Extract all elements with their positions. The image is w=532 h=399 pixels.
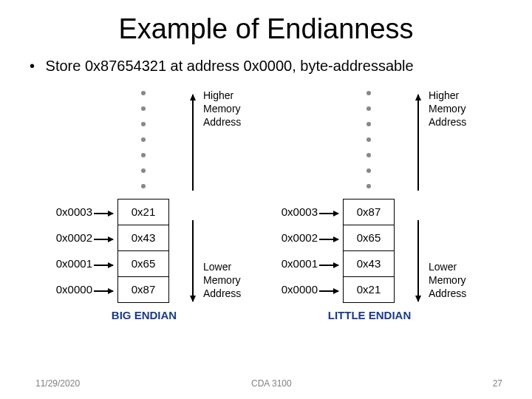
addr2-0000: 0x0000 xyxy=(273,283,318,296)
addr-arrow-3 xyxy=(94,290,113,292)
big-lower-label: Lower Memory Address xyxy=(203,260,262,300)
bullet-dot: • xyxy=(30,58,41,75)
big-endian-group: 0x21 0x43 0x65 0x87 0x0003 0x0002 0x0001… xyxy=(48,89,270,351)
addr2-arrow-1 xyxy=(319,239,338,240)
little-lower-label: Lower Memory Address xyxy=(429,260,488,300)
little-byte-1: 0x65 xyxy=(343,225,395,251)
footer-date: 11/29/2020 xyxy=(35,378,80,389)
big-dots-top xyxy=(117,89,169,213)
little-byte-3: 0x21 xyxy=(343,276,395,303)
big-endian-caption: BIG ENDIAN xyxy=(92,309,196,321)
little-byte-2: 0x43 xyxy=(343,250,395,277)
slide-title: Example of Endianness xyxy=(0,13,532,45)
big-byte-1: 0x43 xyxy=(117,225,169,251)
little-endian-group: 0x87 0x65 0x43 0x21 0x0003 0x0002 0x0001… xyxy=(273,89,495,351)
addr2-arrow-2 xyxy=(319,265,338,266)
little-higher-label: Higher Memory Address xyxy=(429,89,488,129)
little-endian-stack: 0x87 0x65 0x43 0x21 xyxy=(343,200,395,303)
slide: Example of Endianness • Store 0x87654321… xyxy=(0,0,532,399)
addr-0000: 0x0000 xyxy=(48,283,92,296)
addr2-arrow-0 xyxy=(319,213,338,214)
big-byte-0: 0x21 xyxy=(117,199,169,225)
diagram: 0x21 0x43 0x65 0x87 0x0003 0x0002 0x0001… xyxy=(48,89,499,351)
big-higher-arrow xyxy=(192,95,194,191)
little-byte-0: 0x87 xyxy=(343,199,395,225)
big-byte-3: 0x87 xyxy=(117,276,169,303)
big-higher-label: Higher Memory Address xyxy=(203,89,262,129)
addr-0002: 0x0002 xyxy=(48,231,92,244)
addr2-0002: 0x0002 xyxy=(273,231,318,244)
addr2-0001: 0x0001 xyxy=(273,257,318,270)
little-endian-caption: LITTLE ENDIAN xyxy=(318,309,421,321)
footer-course: CDA 3100 xyxy=(251,378,292,389)
big-lower-arrow xyxy=(192,220,194,301)
little-dots-top xyxy=(343,89,395,213)
bullet-text: Store 0x87654321 at address 0x0000, byte… xyxy=(46,58,414,74)
addr-arrow-2 xyxy=(94,265,113,266)
addr-0001: 0x0001 xyxy=(48,257,92,270)
addr-arrow-1 xyxy=(94,239,113,240)
footer-page: 27 xyxy=(493,378,502,389)
little-higher-arrow xyxy=(417,95,419,191)
little-lower-arrow xyxy=(417,220,419,301)
addr2-0003: 0x0003 xyxy=(273,205,318,218)
bullet-row: • Store 0x87654321 at address 0x0000, by… xyxy=(30,58,414,75)
addr-0003: 0x0003 xyxy=(48,205,92,218)
addr-arrow-0 xyxy=(94,213,113,214)
addr2-arrow-3 xyxy=(319,290,338,292)
big-endian-stack: 0x21 0x43 0x65 0x87 xyxy=(117,200,169,303)
big-byte-2: 0x65 xyxy=(117,250,169,277)
